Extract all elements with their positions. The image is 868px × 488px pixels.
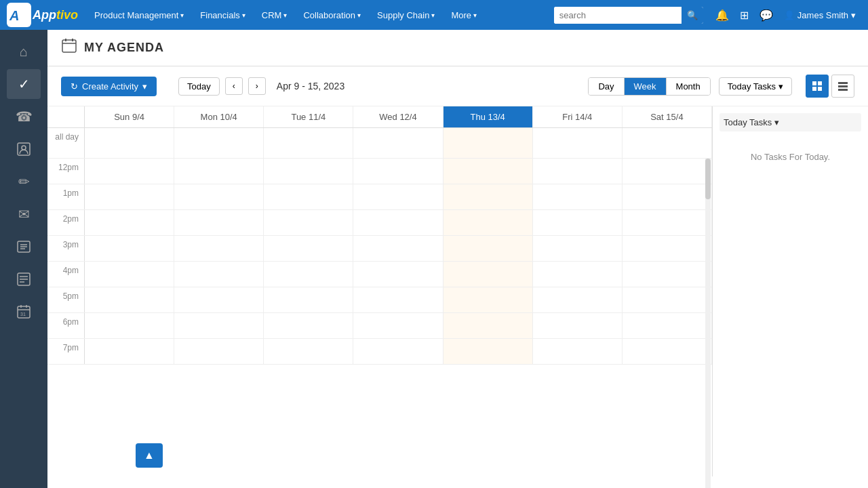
time-2pm: 2pm [47, 210, 85, 235]
cell-6pm-sun[interactable] [85, 313, 174, 338]
cell-6pm-thu[interactable] [443, 313, 533, 338]
cell-7pm-fri[interactable] [533, 339, 623, 364]
cell-4pm-sun[interactable] [85, 262, 174, 287]
cell-4pm-fri[interactable] [533, 262, 623, 287]
cell-4pm-tue[interactable] [264, 262, 353, 287]
cell-2pm-mon[interactable] [174, 210, 264, 235]
cell-3pm-sat[interactable] [623, 236, 712, 261]
cell-12pm-sun[interactable] [85, 159, 174, 184]
allday-mon[interactable] [174, 128, 264, 158]
search-input[interactable] [554, 7, 682, 24]
allday-sun[interactable] [85, 128, 174, 158]
cell-12pm-fri[interactable] [533, 159, 623, 184]
cell-5pm-sun[interactable] [85, 287, 174, 312]
cell-1pm-tue[interactable] [264, 184, 353, 209]
cell-7pm-mon[interactable] [174, 339, 264, 364]
bell-icon[interactable]: 🔔 [713, 6, 732, 24]
nav-product-management[interactable]: Product Management ▾ [87, 6, 191, 24]
create-activity-button[interactable]: ↻ Create Activity ▾ [61, 77, 157, 96]
cell-2pm-wed[interactable] [353, 210, 443, 235]
sidebar-home[interactable]: ⌂ [7, 37, 41, 66]
allday-thu[interactable] [443, 128, 533, 158]
today-button[interactable]: Today [178, 77, 220, 96]
apps-icon[interactable]: ⊞ [737, 6, 751, 24]
cell-6pm-wed[interactable] [353, 313, 443, 338]
cell-3pm-mon[interactable] [174, 236, 264, 261]
cell-1pm-thu[interactable] [443, 184, 533, 209]
week-view-button[interactable]: Week [625, 78, 667, 95]
nav-financials[interactable]: Financials ▾ [193, 6, 252, 24]
cell-3pm-tue[interactable] [264, 236, 353, 261]
cell-2pm-tue[interactable] [264, 210, 353, 235]
sidebar-contacts[interactable] [7, 134, 41, 164]
cell-5pm-thu[interactable] [443, 287, 533, 312]
nav-supply-chain[interactable]: Supply Chain ▾ [370, 6, 441, 24]
cell-5pm-fri[interactable] [533, 287, 623, 312]
cell-4pm-sat[interactable] [623, 262, 712, 287]
grid-view-button[interactable] [806, 75, 829, 98]
cell-3pm-sun[interactable] [85, 236, 174, 261]
next-button[interactable]: › [248, 77, 266, 95]
day-view-button[interactable]: Day [589, 78, 624, 95]
cell-3pm-fri[interactable] [533, 236, 623, 261]
cell-5pm-sat[interactable] [623, 287, 712, 312]
cell-4pm-wed[interactable] [353, 262, 443, 287]
nav-crm[interactable]: CRM ▾ [255, 6, 294, 24]
cell-2pm-fri[interactable] [533, 210, 623, 235]
cell-6pm-tue[interactable] [264, 313, 353, 338]
list-view-button[interactable] [831, 75, 854, 98]
allday-tue[interactable] [264, 128, 353, 158]
cell-7pm-wed[interactable] [353, 339, 443, 364]
cell-12pm-thu[interactable] [443, 159, 533, 184]
sidebar-phone[interactable]: ☎ [7, 102, 41, 131]
nav-collaboration[interactable]: Collaboration ▾ [296, 6, 368, 24]
chat-icon[interactable]: 💬 [757, 6, 776, 24]
sidebar-list[interactable] [7, 232, 41, 262]
cell-7pm-tue[interactable] [264, 339, 353, 364]
cell-12pm-sat[interactable] [623, 159, 712, 184]
cell-3pm-wed[interactable] [353, 236, 443, 261]
cell-12pm-mon[interactable] [174, 159, 264, 184]
cell-6pm-fri[interactable] [533, 313, 623, 338]
sidebar-calendar[interactable]: 31 [7, 297, 41, 327]
cell-1pm-fri[interactable] [533, 184, 623, 209]
nav-more[interactable]: More ▾ [444, 6, 484, 24]
cell-6pm-mon[interactable] [174, 313, 264, 338]
prev-button[interactable]: ‹ [225, 77, 243, 95]
cell-3pm-thu[interactable] [443, 236, 533, 261]
sidebar-report[interactable] [7, 264, 41, 294]
user-menu[interactable]: 👤 James Smith ▾ [778, 7, 861, 23]
allday-fri[interactable] [533, 128, 623, 158]
allday-wed[interactable] [353, 128, 443, 158]
allday-sat[interactable] [623, 128, 712, 158]
cell-12pm-wed[interactable] [353, 159, 443, 184]
today-tasks-button[interactable]: Today Tasks ▾ [719, 77, 792, 96]
cell-2pm-sat[interactable] [623, 210, 712, 235]
cell-4pm-mon[interactable] [174, 262, 264, 287]
cell-2pm-thu[interactable] [443, 210, 533, 235]
cell-7pm-sat[interactable] [623, 339, 712, 364]
sidebar-tasks[interactable]: ✓ [7, 69, 41, 99]
cell-7pm-sun[interactable] [85, 339, 174, 364]
scrollbar-thumb[interactable] [705, 159, 711, 199]
cell-1pm-sat[interactable] [623, 184, 712, 209]
cell-1pm-mon[interactable] [174, 184, 264, 209]
cell-12pm-tue[interactable] [264, 159, 353, 184]
app-logo[interactable]: A Apptivo [7, 3, 78, 27]
scroll-up-button[interactable]: ▲ [136, 443, 163, 468]
svg-rect-24 [818, 87, 822, 91]
cell-5pm-tue[interactable] [264, 287, 353, 312]
sidebar-mail[interactable]: ✉ [7, 199, 41, 229]
cell-5pm-mon[interactable] [174, 287, 264, 312]
cell-5pm-wed[interactable] [353, 287, 443, 312]
cell-7pm-thu[interactable] [443, 339, 533, 364]
cell-1pm-wed[interactable] [353, 184, 443, 209]
month-view-button[interactable]: Month [667, 78, 710, 95]
cell-1pm-sun[interactable] [85, 184, 174, 209]
refresh-icon: ↻ [71, 81, 78, 92]
sidebar-tools[interactable]: ✏ [7, 167, 41, 197]
cell-4pm-thu[interactable] [443, 262, 533, 287]
search-button[interactable]: 🔍 [682, 7, 703, 24]
cell-2pm-sun[interactable] [85, 210, 174, 235]
cell-6pm-sat[interactable] [623, 313, 712, 338]
